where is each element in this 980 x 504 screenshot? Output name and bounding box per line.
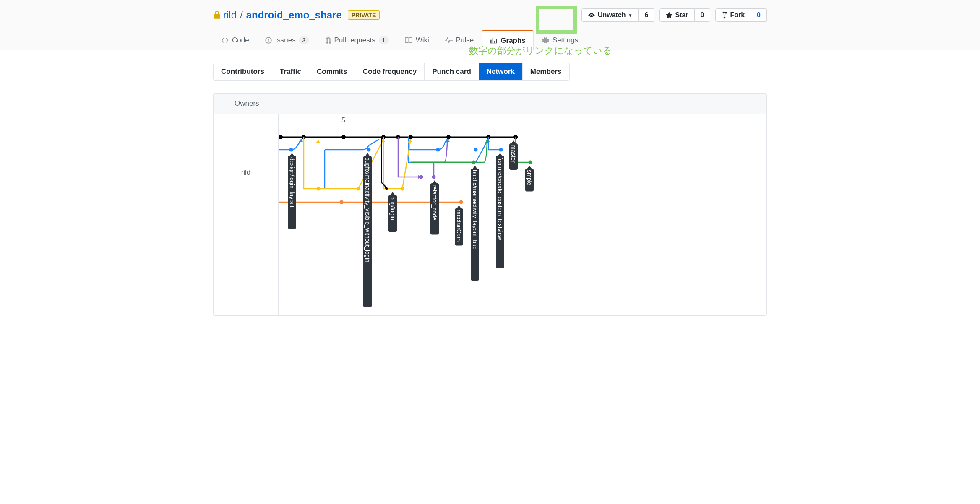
unwatch-button[interactable]: Unwatch ▼: [581, 8, 639, 22]
watch-count[interactable]: 6: [639, 8, 654, 22]
svg-marker-63: [527, 166, 532, 169]
annotation-text: 数字の部分がリンクになっている: [469, 44, 612, 57]
gear-icon: [542, 36, 549, 44]
book-icon: [405, 37, 412, 44]
svg-marker-39: [289, 153, 295, 156]
svg-point-32: [459, 200, 463, 204]
repo-name-link[interactable]: android_emo_share: [246, 9, 342, 21]
svg-marker-27: [315, 140, 321, 143]
svg-point-11: [409, 135, 413, 139]
eye-icon: [588, 12, 595, 18]
svg-text:bugfix/mainactivity_visible_wi: bugfix/mainactivity_visible_without_logi…: [364, 157, 371, 262]
svg-text:design/login_layout: design/login_layout: [289, 157, 295, 208]
svg-point-37: [529, 161, 532, 164]
svg-text:refactor_code: refactor_code: [431, 184, 438, 221]
subnav-punchcard[interactable]: Punch card: [425, 63, 479, 80]
tab-issues-label: Issues: [275, 36, 296, 44]
svg-point-19: [499, 148, 503, 152]
network-graph[interactable]: 5design/login_layoutbugfix/mainactivity_…: [279, 114, 766, 315]
svg-marker-51: [456, 205, 461, 209]
svg-point-24: [317, 187, 321, 191]
svg-point-6: [279, 135, 283, 139]
svg-text:5: 5: [341, 117, 345, 124]
caret-down-icon: ▼: [628, 13, 633, 18]
graph-icon: [490, 37, 497, 44]
owners-header-label: Owners: [235, 99, 259, 107]
svg-text:master: master: [510, 145, 517, 163]
subnav-members[interactable]: Members: [523, 63, 569, 80]
svg-point-18: [474, 148, 478, 152]
svg-point-12: [446, 135, 451, 139]
tab-code[interactable]: Code: [213, 30, 257, 50]
repo-title: rild / android_emo_share PRIVATE: [213, 9, 380, 21]
lock-icon: [213, 11, 221, 19]
svg-point-26: [401, 187, 404, 191]
svg-text:smple: smple: [526, 170, 533, 186]
subnav-traffic[interactable]: Traffic: [272, 63, 309, 80]
tab-graphs-label: Graphs: [500, 36, 526, 45]
svg-point-16: [367, 148, 371, 152]
svg-text:bug/login: bug/login: [389, 196, 396, 220]
svg-text:bugfix/mainactivity_layout_bug: bugfix/mainactivity_layout_bug: [472, 170, 478, 250]
repo-actions: Unwatch ▼ 6 Star 0 Fork: [581, 8, 767, 22]
graph-owners-column: rild: [214, 114, 279, 315]
svg-point-3: [268, 41, 268, 42]
svg-marker-45: [390, 192, 395, 195]
code-icon: [221, 37, 229, 43]
graphs-subnav: Contributors Traffic Commits Code freque…: [213, 63, 570, 81]
svg-point-15: [289, 148, 293, 152]
tab-code-label: Code: [232, 36, 249, 44]
owner-name: rild: [241, 169, 251, 177]
star-icon: [666, 12, 672, 18]
issues-count: 3: [299, 36, 309, 44]
svg-point-8: [341, 135, 346, 139]
subnav-network[interactable]: Network: [479, 63, 523, 80]
tab-issues[interactable]: Issues 3: [257, 30, 317, 50]
subnav-codefreq[interactable]: Code frequency: [355, 63, 425, 80]
svg-marker-48: [432, 180, 437, 184]
pulse-icon: [445, 37, 453, 43]
fork-label: Fork: [730, 11, 745, 19]
star-label: Star: [675, 11, 688, 19]
svg-marker-54: [472, 166, 477, 169]
network-panel: Owners rild 5design/login_layoutbugfix/m…: [213, 93, 767, 316]
tab-wiki-label: Wiki: [416, 36, 429, 44]
tab-settings-label: Settings: [553, 36, 578, 44]
fork-count[interactable]: 0: [751, 8, 767, 22]
issue-icon: [265, 37, 272, 44]
fork-icon: [722, 11, 727, 19]
tab-pulse-label: Pulse: [456, 36, 474, 44]
svg-point-0: [591, 15, 592, 16]
star-count[interactable]: 0: [695, 8, 711, 22]
tab-pulls[interactable]: Pull requests 1: [317, 30, 397, 50]
unwatch-label: Unwatch: [598, 11, 626, 19]
fork-button[interactable]: Fork: [715, 8, 751, 22]
svg-rect-2: [268, 39, 269, 41]
pulls-count: 1: [379, 36, 389, 44]
svg-marker-38: [485, 139, 490, 143]
pr-icon: [325, 36, 331, 44]
svg-text:feature/create_custom_textview: feature/create_custom_textview: [497, 157, 503, 241]
repo-owner-link[interactable]: rild: [223, 9, 237, 21]
svg-point-31: [340, 200, 344, 204]
star-button[interactable]: Star: [659, 8, 694, 22]
tab-wiki[interactable]: Wiki: [397, 30, 437, 50]
panel-header: Owners: [214, 94, 766, 114]
svg-point-36: [472, 161, 476, 164]
svg-marker-42: [365, 153, 370, 156]
svg-marker-20: [299, 139, 303, 143]
tab-pulls-label: Pull requests: [334, 36, 375, 44]
subnav-commits[interactable]: Commits: [309, 63, 355, 80]
repo-separator: /: [240, 9, 243, 21]
subnav-contributors[interactable]: Contributors: [214, 63, 272, 80]
svg-point-17: [436, 148, 440, 152]
svg-point-25: [357, 187, 360, 191]
annotation-highlight: [536, 6, 577, 34]
svg-point-34: [432, 175, 436, 179]
svg-marker-57: [498, 153, 503, 156]
svg-text:meetanCam: meetanCam: [456, 210, 462, 242]
privacy-badge: PRIVATE: [348, 10, 380, 20]
